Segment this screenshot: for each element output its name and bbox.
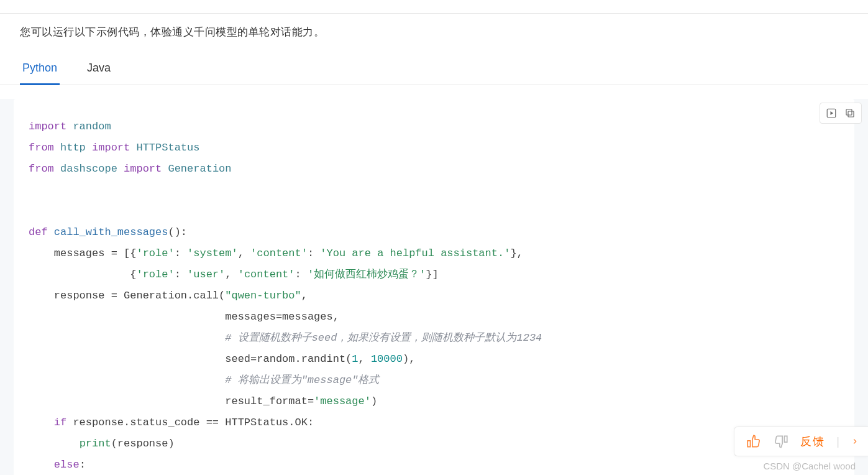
- tab-python[interactable]: Python: [20, 54, 60, 85]
- chevron-right-icon[interactable]: [851, 435, 859, 448]
- feedback-label[interactable]: 反馈: [800, 434, 825, 449]
- watermark: CSDN @Cachel wood: [763, 461, 856, 471]
- svg-rect-1: [848, 111, 854, 117]
- tab-java[interactable]: Java: [85, 54, 113, 85]
- feedback-bar: 反馈 |: [734, 427, 868, 456]
- svg-rect-2: [846, 109, 852, 115]
- run-icon[interactable]: [824, 106, 839, 121]
- code-pre: import random from http import HTTPStatu…: [29, 116, 839, 475]
- copy-icon[interactable]: [843, 106, 857, 121]
- code-toolbar: [820, 103, 862, 124]
- code-content: import random from http import HTTPStatu…: [14, 99, 854, 475]
- thumbs-up-icon[interactable]: [746, 433, 762, 450]
- code-block: import random from http import HTTPStatu…: [0, 99, 868, 475]
- intro-text: 您可以运行以下示例代码，体验通义千问模型的单轮对话能力。: [0, 14, 868, 54]
- thumbs-down-icon[interactable]: [773, 433, 789, 450]
- top-divider: [0, 0, 868, 14]
- language-tabs: Python Java: [0, 54, 868, 85]
